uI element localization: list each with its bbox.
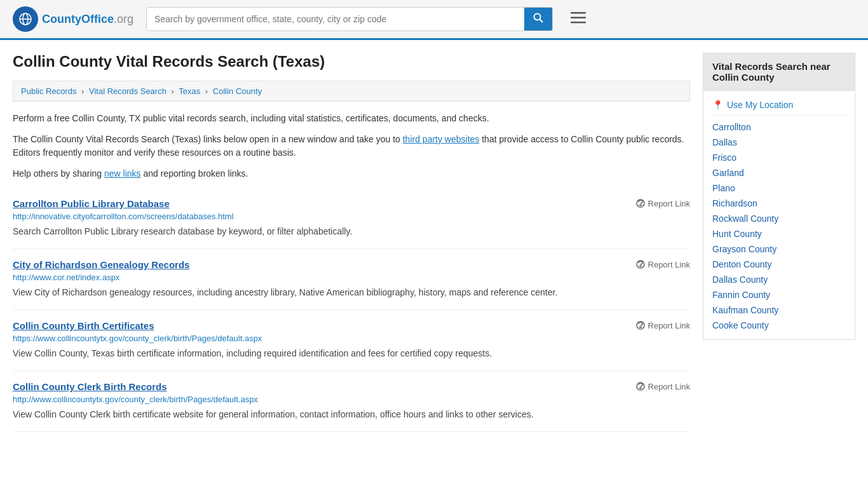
breadcrumb-collin-county[interactable]: Collin County [213, 86, 262, 96]
result-item: Carrollton Public Library Database Repor… [13, 188, 690, 249]
location-pin-icon: 📍 [712, 100, 723, 110]
result-header: Carrollton Public Library Database Repor… [13, 198, 690, 212]
result-url[interactable]: http://www.collincountytx.gov/county_cle… [13, 395, 690, 404]
content-area: Collin County Vital Records Search (Texa… [13, 53, 690, 432]
results-list: Carrollton Public Library Database Repor… [13, 188, 690, 432]
result-url[interactable]: http://www.cor.net/index.aspx [13, 273, 690, 282]
description-3: Help others by sharing new links and rep… [13, 167, 690, 180]
sidebar-header: Vital Records Search near Collin County [703, 53, 855, 91]
search-input[interactable] [147, 8, 524, 30]
logo-icon [13, 6, 38, 32]
result-item: Collin County Clerk Birth Records Report… [13, 371, 690, 432]
report-link[interactable]: Report Link [635, 320, 690, 330]
result-title[interactable]: Carrollton Public Library Database [13, 198, 170, 209]
sidebar-content: 📍 Use My Location Carrollton Dallas Fris… [703, 91, 855, 340]
third-party-link[interactable]: third party websites [403, 134, 480, 144]
report-link[interactable]: Report Link [635, 381, 690, 391]
report-link[interactable]: Report Link [635, 259, 690, 269]
result-url[interactable]: http://innovative.cityofcarrollton.com/s… [13, 212, 690, 221]
sidebar-item-fannin-county[interactable]: Fannin County [712, 287, 846, 302]
result-desc: View Collin County, Texas birth certific… [13, 347, 690, 360]
new-links-link[interactable]: new links [104, 168, 141, 179]
search-button[interactable] [524, 8, 552, 30]
sidebar-item-garland[interactable]: Garland [712, 165, 846, 180]
sidebar-item-dallas-county[interactable]: Dallas County [712, 272, 846, 287]
svg-rect-6 [571, 12, 586, 14]
result-item: Collin County Birth Certificates Report … [13, 310, 690, 371]
svg-line-5 [540, 20, 543, 23]
sidebar: Vital Records Search near Collin County … [703, 53, 855, 432]
result-header: Collin County Clerk Birth Records Report… [13, 381, 690, 395]
sidebar-item-rockwall-county[interactable]: Rockwall County [712, 211, 846, 226]
site-header: CountyOffice.org [0, 0, 868, 40]
sidebar-item-kaufman-county[interactable]: Kaufman County [712, 302, 846, 318]
sidebar-item-richardson[interactable]: Richardson [712, 196, 846, 211]
report-link[interactable]: Report Link [635, 198, 690, 208]
svg-rect-8 [571, 22, 586, 24]
svg-point-14 [640, 266, 641, 267]
sidebar-item-grayson-county[interactable]: Grayson County [712, 241, 846, 257]
svg-point-20 [640, 388, 641, 389]
sidebar-item-frisco[interactable]: Frisco [712, 150, 846, 165]
result-title[interactable]: City of Richardson Genealogy Records [13, 259, 189, 270]
result-desc: Search Carrollton Public Library researc… [13, 225, 690, 238]
svg-point-11 [640, 205, 641, 206]
sidebar-item-hunt-county[interactable]: Hunt County [712, 226, 846, 241]
result-header: City of Richardson Genealogy Records Rep… [13, 259, 690, 273]
menu-button[interactable] [566, 8, 591, 30]
result-desc: View Collin County Clerk birth certifica… [13, 408, 690, 421]
page-title: Collin County Vital Records Search (Texa… [13, 53, 690, 71]
use-my-location[interactable]: 📍 Use My Location [712, 97, 846, 116]
main-container: Collin County Vital Records Search (Texa… [0, 40, 868, 445]
result-item: City of Richardson Genealogy Records Rep… [13, 249, 690, 310]
breadcrumb-texas[interactable]: Texas [179, 86, 200, 96]
svg-point-4 [534, 14, 541, 20]
breadcrumb: Public Records › Vital Records Search › … [13, 81, 690, 102]
sidebar-item-plano[interactable]: Plano [712, 180, 846, 196]
sidebar-item-dallas[interactable]: Dallas [712, 135, 846, 150]
svg-point-17 [640, 327, 641, 328]
site-logo[interactable]: CountyOffice.org [13, 6, 133, 32]
result-desc: View City of Richardson genealogy resour… [13, 286, 690, 299]
description-1: Perform a free Collin County, TX public … [13, 112, 690, 125]
sidebar-item-denton-county[interactable]: Denton County [712, 257, 846, 272]
result-title[interactable]: Collin County Birth Certificates [13, 320, 154, 331]
svg-rect-7 [571, 17, 586, 19]
logo-text: CountyOffice.org [42, 13, 133, 26]
description-2: The Collin County Vital Records Search (… [13, 133, 690, 159]
result-header: Collin County Birth Certificates Report … [13, 320, 690, 334]
result-url[interactable]: https://www.collincountytx.gov/county_cl… [13, 334, 690, 343]
breadcrumb-public-records[interactable]: Public Records [21, 86, 76, 96]
sidebar-item-carrollton[interactable]: Carrollton [712, 119, 846, 135]
search-bar [146, 7, 553, 31]
breadcrumb-vital-records-search[interactable]: Vital Records Search [89, 86, 166, 96]
result-title[interactable]: Collin County Clerk Birth Records [13, 381, 167, 392]
sidebar-item-cooke-county[interactable]: Cooke County [712, 318, 846, 333]
